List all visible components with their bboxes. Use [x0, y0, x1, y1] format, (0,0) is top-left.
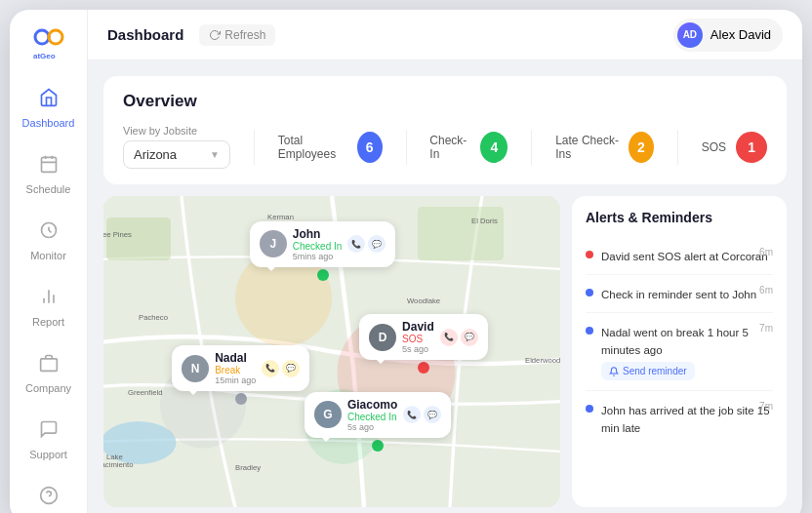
giacomo-bubble: G Giacomo Checked In 5s ago 📞 💬 [304, 392, 451, 438]
john-call-icon[interactable]: 📞 [347, 235, 365, 253]
david-msg-icon[interactable]: 💬 [461, 329, 478, 346]
lower-area: Tree Pines Kerman El Doris Pacheco Woodl… [103, 196, 787, 507]
svg-text:Elderwood: Elderwood [525, 356, 560, 365]
overview-title: Overview [123, 92, 767, 111]
alert-dot-1 [586, 251, 593, 258]
john-bubble: J John Checked In 5mins ago 📞 💬 [250, 221, 396, 267]
svg-text:Bradley: Bradley [235, 463, 261, 472]
alert-text-2: Check in reminder sent to John [601, 289, 756, 300]
avatar: AD [677, 22, 703, 48]
alerts-title: Alerts & Reminders [586, 210, 773, 225]
alert-item-2: Check in reminder sent to John 6m [586, 275, 773, 313]
sidebar-item-dashboard[interactable]: Dashboard [10, 72, 87, 138]
nadal-call-icon[interactable]: 📞 [262, 360, 279, 377]
svg-text:El Doris: El Doris [471, 217, 498, 225]
selected-location: Arizona [134, 147, 177, 162]
user-badge[interactable]: AD Alex David [673, 19, 783, 52]
sidebar-item-report[interactable]: Report [10, 271, 87, 337]
map-tile: Tree Pines Kerman El Doris Pacheco Woodl… [103, 196, 560, 507]
chevron-down-icon: ▼ [210, 149, 220, 160]
david-call-icon[interactable]: 📞 [440, 329, 458, 346]
alert-content-4: John has arrived at the job site 15 min … [601, 401, 773, 436]
alert-dot-2 [586, 289, 593, 296]
alert-text-3: Nadal went on break 1 hour 5 minutes ago [601, 327, 749, 356]
sidebar-label-schedule: Schedule [26, 183, 71, 195]
sidebar-item-schedule[interactable]: Schedule [10, 138, 87, 205]
alert-item-3: Nadal went on break 1 hour 5 minutes ago… [586, 313, 773, 391]
john-avatar: J [260, 230, 287, 257]
user-name: Alex David [710, 27, 771, 42]
alert-text-1: David sent SOS alert at Corcoran [601, 251, 768, 262]
refresh-label: Refresh [224, 28, 265, 42]
svg-text:Pacheco: Pacheco [139, 313, 168, 322]
david-avatar: D [369, 324, 396, 351]
svg-text:atGeo: atGeo [33, 52, 56, 60]
schedule-icon [33, 148, 64, 179]
alert-content-1: David sent SOS alert at Corcoran [601, 247, 773, 264]
giacomo-msg-icon[interactable]: 💬 [424, 406, 441, 423]
stat-label-employees: Total Employees [278, 134, 347, 161]
sidebar-label-report: Report [32, 316, 64, 328]
app-shell: atGeo Dashboard Schedule [10, 10, 802, 513]
map-card: Tree Pines Kerman El Doris Pacheco Woodl… [103, 196, 560, 507]
stat-total-employees: Total Employees 6 [278, 132, 383, 163]
header: Dashboard Refresh AD Alex David [88, 10, 802, 60]
stat-badge-late: 2 [629, 132, 654, 163]
divider2 [406, 130, 407, 165]
stat-label-late: Late Check-Ins [555, 134, 619, 161]
sidebar-item-monitor[interactable]: Monitor [10, 205, 87, 271]
alert-content-3: Nadal went on break 1 hour 5 minutes ago… [601, 323, 773, 380]
svg-rect-16 [106, 217, 171, 260]
david-bubble: D David SOS 5s ago 📞 💬 [359, 314, 488, 360]
svg-rect-17 [418, 207, 504, 260]
sidebar-item-support[interactable]: Support [10, 404, 87, 470]
company-icon [33, 347, 64, 378]
divider3 [531, 130, 532, 165]
location-dropdown[interactable]: Arizona ▼ [123, 140, 230, 169]
alert-item-4: John has arrived at the job site 15 min … [586, 391, 773, 446]
refresh-button[interactable]: Refresh [199, 24, 275, 46]
sidebar-label-support: Support [29, 449, 67, 460]
reminder-icon [609, 367, 619, 376]
stat-late-checkins: Late Check-Ins 2 [555, 132, 654, 163]
sidebar-item-help[interactable]: Help center [10, 470, 87, 513]
stat-label-checkin: Check-In [429, 134, 470, 161]
map-pin-giacomo: G Giacomo Checked In 5s ago 📞 💬 [304, 392, 451, 452]
divider [254, 130, 255, 165]
stat-label-sos: SOS [702, 140, 726, 154]
svg-point-0 [35, 30, 49, 44]
stat-badge-sos: 1 [736, 132, 767, 163]
monitor-icon [33, 215, 64, 246]
help-icon [33, 480, 64, 511]
sidebar: atGeo Dashboard Schedule [10, 10, 88, 513]
svg-text:Woodlake: Woodlake [407, 296, 440, 305]
sidebar-label-monitor: Monitor [30, 250, 66, 261]
alert-time-1: 6m [759, 247, 773, 257]
giacomo-call-icon[interactable]: 📞 [403, 406, 421, 423]
svg-text:Nacimiento: Nacimiento [103, 460, 133, 469]
overview-row: View by Jobsite Arizona ▼ Total Employee… [123, 125, 767, 169]
svg-rect-11 [40, 359, 57, 372]
refresh-icon [209, 29, 221, 41]
send-reminder-button[interactable]: Send reminder [601, 362, 695, 380]
jobsite-label: View by Jobsite [123, 125, 230, 137]
map-pin-nadal: N Nadal Break 15min ago 📞 💬 [172, 345, 309, 405]
map-pin-john: J John Checked In 5mins ago 📞 💬 [250, 221, 396, 281]
nadal-msg-icon[interactable]: 💬 [282, 360, 300, 377]
sidebar-label-dashboard: Dashboard [22, 117, 75, 129]
main-area: Dashboard Refresh AD Alex David Overview [88, 10, 802, 513]
stat-checkin: Check-In 4 [429, 132, 508, 163]
stat-badge-checkin: 4 [480, 132, 508, 163]
nadal-bubble: N Nadal Break 15min ago 📞 💬 [172, 345, 309, 391]
sidebar-item-company[interactable]: Company [10, 337, 87, 404]
svg-text:Tree Pines: Tree Pines [103, 230, 132, 239]
jobsite-select: View by Jobsite Arizona ▼ [123, 125, 230, 169]
svg-rect-3 [41, 157, 56, 172]
alert-item-1: David sent SOS alert at Corcoran 6m [586, 237, 773, 275]
alert-dot-3 [586, 327, 593, 335]
stat-sos: SOS 1 [702, 132, 767, 163]
alert-time-3: 7m [759, 323, 773, 334]
john-msg-icon[interactable]: 💬 [368, 235, 386, 253]
app-logo: atGeo [27, 21, 70, 64]
alert-text-4: John has arrived at the job site 15 min … [601, 405, 770, 434]
